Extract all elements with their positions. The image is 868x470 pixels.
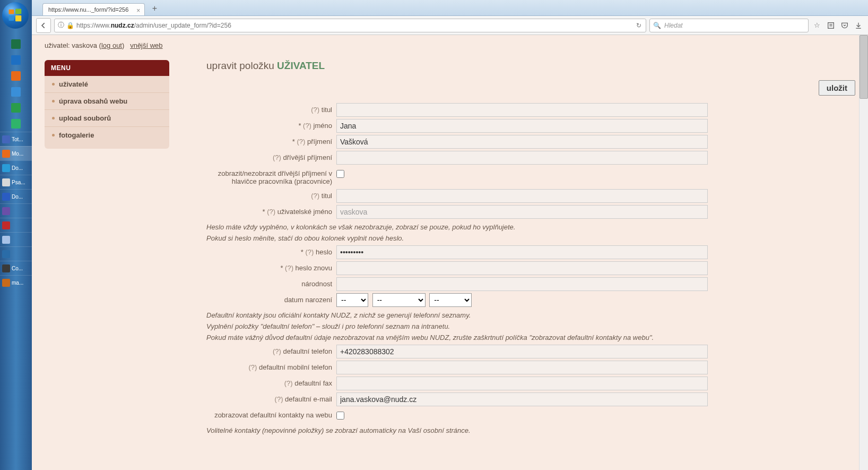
input-def-email[interactable]	[336, 392, 708, 406]
scrollbar-thumb[interactable]	[860, 35, 868, 99]
label-narodnost: národnost	[301, 280, 332, 288]
files-icon[interactable]	[0, 84, 32, 100]
input-def-fax[interactable]	[336, 377, 708, 390]
taskbar-item-co[interactable]: Co...	[0, 261, 32, 275]
scrollbar[interactable]	[859, 35, 868, 470]
help-icon[interactable]: (?)	[297, 138, 306, 146]
select-year[interactable]: --	[429, 293, 472, 307]
reload-icon[interactable]: ↻	[635, 22, 643, 29]
input-heslo-znovu[interactable]	[336, 261, 708, 275]
label-titul2: titul	[322, 192, 332, 200]
browser-tab[interactable]: https://www.nu..._form/?id=256 ×	[42, 3, 145, 15]
label-def-fax: defaultní fax	[294, 379, 332, 387]
label-datum: datum narození	[284, 296, 332, 304]
taskbar-item-ma[interactable]: ma...	[0, 275, 32, 289]
taskbar-item-term[interactable]	[0, 246, 32, 261]
help-icon[interactable]: (?)	[311, 106, 319, 114]
excel-icon[interactable]	[0, 36, 32, 52]
help-icon[interactable]: (?)	[275, 395, 283, 403]
input-drivejsi[interactable]	[336, 151, 708, 165]
url-bar[interactable]: ⓘ 🔒 https://www.nudz.cz/admin/user_updat…	[54, 19, 646, 32]
select-day[interactable]: --	[336, 293, 368, 307]
label-def-email: defaultní e-mail	[285, 395, 332, 403]
taskbar-item-tot[interactable]: Tot...	[0, 132, 32, 146]
note-heslo2: Pokud si heslo měníte, stačí do obou kol…	[206, 234, 855, 242]
menu-item-label: uživatelé	[59, 80, 88, 88]
help-icon[interactable]: (?)	[248, 363, 257, 371]
taskbar-item-do1[interactable]: Do...	[0, 160, 32, 175]
browser-window: https://www.nu..._form/?id=256 × + ⓘ 🔒 h…	[32, 0, 868, 470]
label-uzivatelske: uživatelské jméno	[277, 208, 332, 216]
svg-rect-1	[15, 9, 21, 14]
download-icon[interactable]	[853, 20, 864, 31]
pocket-icon[interactable]	[839, 20, 850, 31]
menu-item-2[interactable]: upload souborů	[45, 110, 169, 127]
label-def-mob: defaultní mobilní telefon	[259, 363, 332, 371]
search-placeholder: Hledat	[664, 22, 683, 29]
bullet-icon	[52, 117, 55, 119]
svg-rect-2	[9, 15, 14, 21]
menu-item-label: fotogalerie	[59, 131, 94, 139]
menu-header: MENU	[45, 60, 169, 76]
page-content: uživatel: vaskova (log out) vnější web M…	[32, 35, 868, 470]
taskbar-item-app2[interactable]	[0, 203, 32, 218]
search-icon: 🔍	[653, 22, 661, 29]
search-bar[interactable]: 🔍 Hledat	[649, 19, 809, 32]
ie-icon[interactable]	[0, 52, 32, 68]
sidebar-menu: MENU uživateléúprava obsahů webuupload s…	[45, 60, 169, 149]
menu-item-0[interactable]: uživatelé	[45, 76, 169, 93]
form-content: upravit položku UŽIVATEL uložit (?) titu…	[206, 60, 855, 438]
note-def3: Pokud máte vážný důvod defaultní údaje n…	[206, 334, 855, 341]
top-links: uživatel: vaskova (log out) vnější web	[45, 41, 855, 49]
input-titul2[interactable]	[336, 189, 708, 203]
help-icon[interactable]: (?)	[284, 379, 293, 387]
new-tab-button[interactable]: +	[148, 3, 161, 14]
label-prijmeni: příjmení	[307, 138, 332, 146]
input-heslo[interactable]	[336, 245, 708, 259]
bookmarks-list-icon[interactable]	[826, 20, 836, 31]
help-icon[interactable]: (?)	[285, 264, 293, 272]
label-jmeno: jméno	[314, 122, 332, 130]
url-text: https://www.nudz.cz/admin/user_update_fo…	[76, 22, 633, 29]
input-prijmeni[interactable]	[336, 135, 708, 149]
menu-item-3[interactable]: fotogalerie	[45, 127, 169, 143]
bullet-icon	[52, 83, 55, 86]
input-def-tel[interactable]	[336, 345, 708, 358]
note-heslo1: Heslo máte vždy vyplněno, v kolonkách se…	[206, 223, 855, 231]
save-button[interactable]: uložit	[819, 80, 855, 96]
label-heslo: heslo	[316, 248, 332, 256]
checkbox-zobrazit-drivejsi[interactable]	[336, 170, 344, 178]
taskbar-item-do2[interactable]: Do...	[0, 189, 32, 203]
help-icon[interactable]: (?)	[273, 347, 281, 355]
help-icon[interactable]: (?)	[305, 248, 314, 256]
mail-icon[interactable]	[0, 100, 32, 116]
app-icon[interactable]	[0, 116, 32, 132]
label-zobrazovat-def: zobrazovat defaultní kontakty na webu	[214, 411, 332, 419]
lock-icon: 🔒	[66, 22, 74, 29]
checkbox-zobrazovat-def[interactable]	[336, 412, 344, 420]
bookmark-star-icon[interactable]: ☆	[812, 20, 822, 31]
logout-link[interactable]: log out	[101, 41, 122, 49]
media-icon[interactable]	[0, 68, 32, 84]
input-uzivatelske[interactable]	[336, 205, 708, 219]
help-icon[interactable]: (?)	[273, 153, 281, 161]
input-titul1[interactable]	[336, 103, 708, 117]
taskbar-item-pdf[interactable]	[0, 218, 32, 232]
input-def-mob[interactable]	[336, 361, 708, 374]
input-narodnost[interactable]	[336, 277, 708, 291]
menu-item-1[interactable]: úprava obsahů webu	[45, 93, 169, 110]
note-volitelne: Volitelné kontakty (nepovinné položky) s…	[206, 426, 855, 434]
input-jmeno[interactable]	[336, 119, 708, 133]
taskbar-item-mozilla[interactable]: Mo...	[0, 146, 32, 160]
taskbar-item-psa[interactable]: Psa...	[0, 175, 32, 189]
info-icon: ⓘ	[58, 21, 64, 30]
help-icon[interactable]: (?)	[303, 122, 311, 130]
help-icon[interactable]: (?)	[311, 192, 319, 200]
taskbar-item-note[interactable]	[0, 232, 32, 246]
external-web-link[interactable]: vnější web	[130, 41, 162, 49]
start-button[interactable]	[2, 2, 29, 29]
tab-close-icon[interactable]: ×	[136, 7, 140, 14]
help-icon[interactable]: (?)	[267, 208, 275, 216]
back-button[interactable]	[36, 18, 51, 33]
select-month[interactable]: --	[372, 293, 426, 307]
